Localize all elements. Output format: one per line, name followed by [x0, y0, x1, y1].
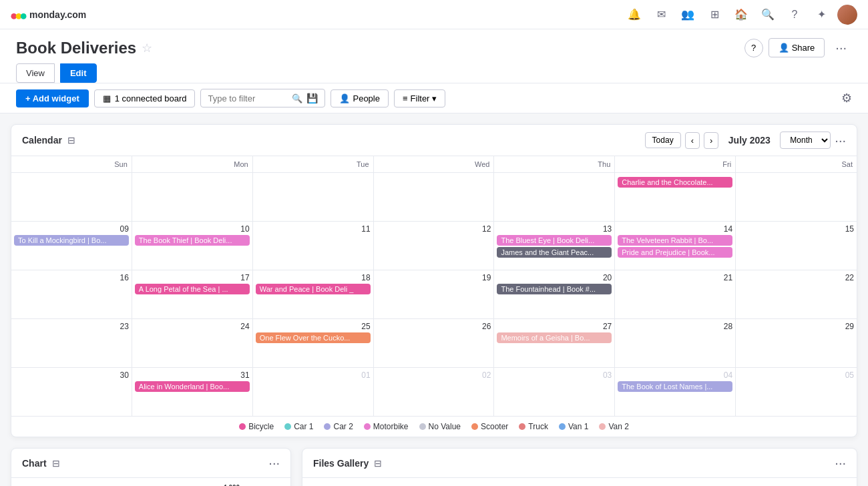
toolbar: + Add widget ▦ 1 connected board 🔍 💾 👤 P…	[0, 83, 868, 113]
cal-cell-blank1	[11, 173, 132, 221]
bell-icon[interactable]: 🔔	[624, 4, 645, 25]
cal-header-tue: Tue	[253, 156, 374, 172]
main-content: Calendar ⊟ Today ‹ › July 2023 Month Wee…	[0, 113, 868, 486]
files-gallery-filter-icon[interactable]: ⊟	[374, 458, 382, 469]
cal-date-18: 18	[256, 273, 371, 282]
calendar-event[interactable]: The Book of Lost Names |...	[618, 381, 732, 392]
calendar-event[interactable]: The Bluest Eye | Book Deli...	[497, 235, 612, 246]
cal-cell-blank4	[374, 173, 495, 221]
add-widget-button[interactable]: + Add widget	[16, 89, 89, 107]
calendar-title: Calendar	[22, 135, 62, 146]
cal-cell-11: 11	[253, 222, 374, 270]
calendar-event[interactable]: Charlie and the Chocolate...	[618, 177, 732, 188]
help-icon[interactable]: ?	[784, 4, 805, 25]
files-gallery-header: Files Gallery ⊟ ···	[302, 449, 857, 478]
avatar[interactable]	[837, 5, 857, 25]
cal-header-sat: Sat	[736, 156, 857, 172]
cal-date-03: 03	[497, 371, 612, 380]
app-name: monday.com	[29, 9, 86, 20]
legend-dot-bicycle	[239, 423, 246, 430]
next-month-button[interactable]: ›	[704, 132, 718, 149]
filter-button[interactable]: ≡ Filter ▾	[394, 89, 445, 107]
cal-cell-15: 15	[736, 222, 857, 270]
calendar-event[interactable]: Alice in Wonderland | Boo...	[135, 381, 250, 392]
calendar-event[interactable]: James and the Giant Peac...	[497, 247, 612, 258]
prev-month-button[interactable]: ‹	[685, 132, 700, 149]
cal-cell-01: 01	[253, 368, 374, 416]
cal-date-30: 30	[14, 371, 129, 380]
view-button[interactable]: View	[16, 63, 55, 83]
search-icon[interactable]: 🔍	[757, 4, 779, 25]
calendar-filter-icon[interactable]: ⊟	[67, 135, 75, 146]
chart-more-button[interactable]: ···	[268, 455, 280, 471]
cal-cell-blank5	[494, 173, 615, 221]
cal-date-15: 15	[738, 224, 854, 234]
chart-group-classics: 4,000 3,240 2,220 Classics Deliv	[207, 479, 280, 486]
help-button[interactable]: ?	[744, 39, 763, 57]
cal-header-wed: Wed	[374, 156, 495, 172]
mail-icon[interactable]: ✉	[650, 4, 672, 25]
cal-cell-09: 09 To Kill a Mockingbird | Bo...	[11, 222, 132, 270]
calendar-event[interactable]: The Book Thief | Book Deli...	[135, 235, 250, 246]
cal-row-4: 23 24 25 One Flew Over the Cucko... 26 2…	[11, 319, 857, 368]
users-icon[interactable]: 👥	[677, 4, 698, 25]
files-gallery-title: Files Gallery	[313, 458, 369, 469]
month-view-select[interactable]: Month Week Day	[780, 132, 831, 149]
share-button[interactable]: 👤 Share	[769, 38, 825, 57]
calendar-event[interactable]: One Flew Over the Cucko...	[256, 332, 371, 343]
calendar-event[interactable]: Pride and Prejudice | Book...	[618, 247, 732, 258]
home-icon[interactable]: 🏠	[730, 4, 752, 25]
calendar-event[interactable]: War and Peace | Book Deli _	[256, 284, 371, 294]
search-filter[interactable]: 🔍 💾	[200, 89, 325, 107]
cal-date-09: 09	[14, 224, 129, 234]
cal-cell-29: 29	[736, 319, 857, 367]
search-input[interactable]	[208, 93, 288, 103]
sparkle-icon[interactable]: ✦	[811, 4, 832, 25]
files-gallery-more-button[interactable]: ···	[835, 455, 846, 471]
cal-header-sun: Sun	[11, 156, 132, 172]
connected-board-button[interactable]: ▦ 1 connected board	[94, 89, 196, 107]
cal-header-fri: Fri	[615, 156, 736, 172]
filter-icon: ≡	[403, 93, 408, 103]
legend-car1: Car 1	[284, 422, 313, 431]
cal-date-04: 04	[618, 371, 732, 380]
navbar: monday.com 🔔 ✉ 👥 ⊞ 🏠 🔍 ? ✦	[0, 0, 868, 29]
people-button[interactable]: 👤 People	[331, 89, 388, 107]
cal-cell-blank7	[736, 173, 857, 221]
cal-cell-20: 20 The Fountainhead | Book #...	[494, 270, 615, 318]
favorite-star-icon[interactable]: ☆	[142, 41, 152, 55]
cal-date-11: 11	[256, 224, 371, 234]
calendar-widget: Calendar ⊟ Today ‹ › July 2023 Month Wee…	[11, 124, 857, 437]
bottom-row: Chart ⊟ ··· 5,000 2,500 0	[11, 448, 857, 486]
more-options-button[interactable]: ···	[830, 37, 852, 58]
app-logo[interactable]: monday.com	[11, 7, 86, 23]
calendar-legend: Bicycle Car 1 Car 2 Motorbike No Value S…	[11, 416, 857, 437]
chart-area: 5,000 2,500 0	[11, 478, 290, 486]
people-icon: 👤	[339, 93, 350, 103]
calendar-event[interactable]: To Kill a Mockingbird | Bo...	[14, 235, 129, 246]
calendar-event[interactable]: The Fountainhead | Book #...	[497, 284, 612, 294]
cal-date-05: 05	[738, 371, 854, 380]
calendar-event[interactable]: Memoirs of a Geisha | Bo...	[497, 332, 612, 343]
chart-filter-icon[interactable]: ⊟	[52, 458, 60, 469]
legend-dot-van2	[599, 423, 606, 430]
cal-date-12: 12	[377, 224, 491, 234]
cal-cell-26: 26	[374, 319, 495, 367]
share-icon: 👤	[779, 43, 789, 53]
cal-date-02: 02	[377, 371, 491, 380]
calendar-event[interactable]: The Velveteen Rabbit | Bo...	[618, 235, 732, 246]
legend-bicycle: Bicycle	[239, 422, 274, 431]
chart-title: Chart	[22, 458, 47, 469]
calendar-event[interactable]: A Long Petal of the Sea | ...	[135, 284, 250, 294]
edit-button[interactable]: Edit	[60, 63, 97, 83]
cal-cell-27: 27 Memoirs of a Geisha | Bo...	[494, 319, 615, 367]
settings-icon[interactable]: ⚙	[841, 91, 852, 105]
cal-cell-03: 03	[494, 368, 615, 416]
legend-dot-truck	[519, 423, 525, 430]
cal-date-21: 21	[618, 273, 732, 282]
today-button[interactable]: Today	[645, 132, 681, 148]
cal-header-thu: Thu	[494, 156, 615, 172]
cal-row-3: 16 17 A Long Petal of the Sea | ... 18 W…	[11, 270, 857, 319]
calendar-more-button[interactable]: ···	[835, 133, 846, 148]
apps-icon[interactable]: ⊞	[704, 4, 725, 25]
